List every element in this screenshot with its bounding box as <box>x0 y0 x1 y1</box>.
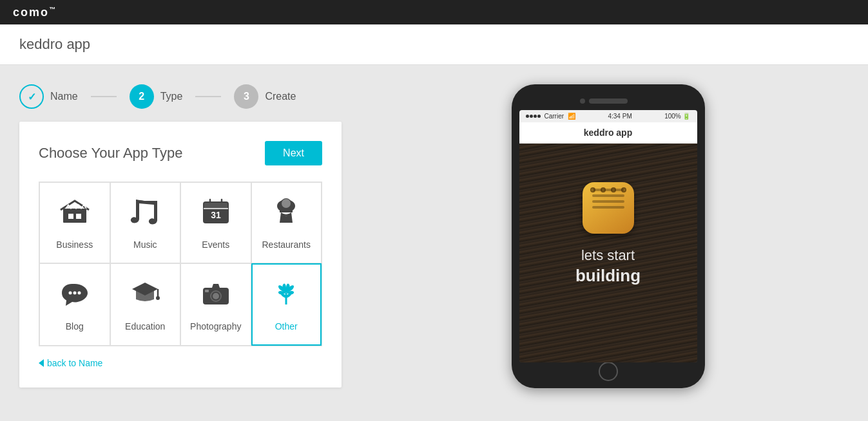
signal-dots <box>526 115 541 118</box>
education-label: Education <box>125 321 165 332</box>
back-to-name-link[interactable]: back to Name <box>39 358 322 368</box>
restaurants-label: Restaurants <box>262 239 311 250</box>
phone-tagline: lets start building <box>575 247 641 286</box>
wizard-steps: ✓ Name 2 Type 3 Create <box>19 84 342 109</box>
phone-mockup: Carrier 📶 4:34 PM 100% 🔋 keddro app <box>512 84 705 388</box>
step-create: 3 Create <box>234 84 296 109</box>
phone-camera <box>580 98 585 104</box>
svg-point-24 <box>213 293 219 299</box>
card-title: Choose Your App Type <box>39 145 182 162</box>
step-divider-2 <box>195 96 221 97</box>
phone-home-button[interactable] <box>599 362 618 381</box>
education-icon <box>130 277 160 315</box>
phone-signal: Carrier 📶 <box>526 113 576 120</box>
app-type-photography[interactable]: Photography <box>180 263 251 346</box>
svg-rect-0 <box>63 209 86 223</box>
page-title: keddro app <box>19 36 849 53</box>
svg-rect-12 <box>280 209 293 212</box>
main-content: ✓ Name 2 Type 3 Create Choose Your App T <box>0 65 868 407</box>
svg-point-17 <box>77 292 81 295</box>
next-button[interactable]: Next <box>265 141 322 165</box>
app-type-music[interactable]: Music <box>110 182 181 263</box>
app-type-business[interactable]: Business <box>39 182 110 263</box>
app-type-education[interactable]: Education <box>110 263 181 346</box>
back-link-text: back to Name <box>47 358 102 368</box>
business-label: Business <box>56 239 93 250</box>
phone-time: 4:34 PM <box>608 113 632 120</box>
phone-app-icon <box>583 182 634 234</box>
restaurants-icon <box>271 196 302 233</box>
app-type-other[interactable]: Other <box>251 263 322 346</box>
left-panel: ✓ Name 2 Type 3 Create Choose Your App T <box>19 84 342 388</box>
music-icon <box>130 196 160 233</box>
phone-status-bar: Carrier 📶 4:34 PM 100% 🔋 <box>519 110 697 122</box>
phone-content: lets start building <box>519 144 697 362</box>
top-navigation-bar: como™ <box>0 0 868 24</box>
blog-icon <box>59 277 90 315</box>
photography-label: Photography <box>190 321 241 332</box>
app-type-card: Choose Your App Type Next <box>19 122 342 388</box>
svg-rect-1 <box>68 214 73 219</box>
card-header: Choose Your App Type Next <box>39 141 322 165</box>
svg-point-16 <box>73 292 76 295</box>
battery-status: 100% 🔋 <box>664 113 690 120</box>
svg-rect-2 <box>76 214 81 219</box>
back-arrow-icon <box>39 359 44 367</box>
step-create-circle: 3 <box>234 84 258 109</box>
photography-icon <box>200 277 231 315</box>
app-type-grid: Business Music <box>39 182 322 346</box>
wifi-icon: 📶 <box>568 113 575 120</box>
phone-screen: Carrier 📶 4:34 PM 100% 🔋 keddro app <box>519 110 697 362</box>
app-type-blog[interactable]: Blog <box>39 263 110 346</box>
phone-app-title: keddro app <box>519 122 697 144</box>
battery-icon: 🔋 <box>682 113 690 120</box>
svg-point-20 <box>156 296 160 300</box>
music-label: Music <box>133 239 157 250</box>
phone-speaker <box>589 98 628 104</box>
events-icon: 31 <box>200 196 231 233</box>
phone-top <box>519 92 697 110</box>
notepad-spiral <box>583 187 634 192</box>
svg-rect-25 <box>205 290 209 292</box>
logo-text: como <box>13 6 49 19</box>
phone-tagline-line2: building <box>575 265 641 287</box>
page-header: keddro app <box>0 24 868 65</box>
step-type-circle: 2 <box>130 84 154 109</box>
notepad-lines <box>592 182 624 209</box>
phone-bottom <box>519 362 697 380</box>
app-type-restaurants[interactable]: Restaurants <box>251 182 322 263</box>
app-type-events[interactable]: 31 Events <box>180 182 251 263</box>
step-name-circle: ✓ <box>19 84 44 109</box>
other-label: Other <box>275 321 298 332</box>
step-type-label: Type <box>160 91 183 102</box>
logo: como™ <box>13 6 57 19</box>
step-divider-1 <box>91 96 117 97</box>
step-name: ✓ Name <box>19 84 78 109</box>
step-name-label: Name <box>50 91 78 102</box>
svg-point-14 <box>282 199 291 208</box>
carrier-text: Carrier <box>545 113 564 120</box>
business-icon <box>59 196 90 233</box>
svg-text:31: 31 <box>211 210 221 220</box>
logo-tm: ™ <box>49 6 57 13</box>
step-create-label: Create <box>265 91 296 102</box>
step-type: 2 Type <box>130 84 183 109</box>
svg-point-15 <box>68 292 72 295</box>
right-panel: Carrier 📶 4:34 PM 100% 🔋 keddro app <box>367 84 849 388</box>
other-icon <box>271 277 302 315</box>
events-label: Events <box>202 239 229 250</box>
blog-label: Blog <box>66 321 84 332</box>
